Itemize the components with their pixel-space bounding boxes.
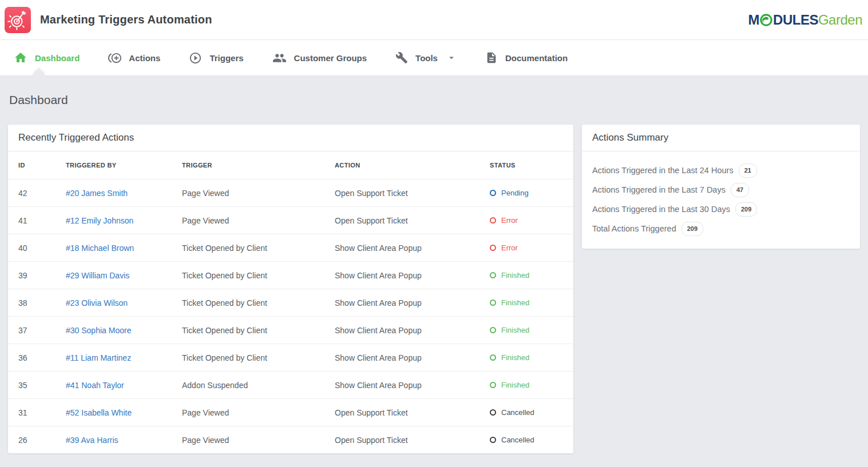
table-row: 38 #23 Olivia Wilson Ticket Opened by Cl… (8, 289, 573, 316)
cell-id: 31 (18, 408, 66, 417)
wrench-icon (395, 51, 408, 64)
nav-item-dashboard[interactable]: Dashboard (6, 40, 88, 75)
status-ring-icon (490, 437, 496, 443)
status-badge: Finished (490, 298, 563, 307)
nav-item-customer-groups[interactable]: Customer Groups (264, 40, 375, 75)
status-badge: Pending (490, 189, 563, 197)
status-label: Pending (501, 189, 529, 197)
client-link[interactable]: #12 Emily Johnson (66, 216, 133, 225)
nav-label: Triggers (209, 53, 243, 63)
status-ring-icon (490, 354, 496, 361)
status-ring-icon (490, 327, 496, 333)
people-icon (272, 51, 287, 65)
client-link[interactable]: #18 Michael Brown (66, 244, 134, 253)
status-ring-icon (490, 245, 496, 251)
top-header-bar: Marketing Triggers Automation MDULESGard… (0, 0, 868, 40)
summary-item: Actions Triggered in the Last 7 Days 47 (592, 183, 850, 197)
client-link[interactable]: #41 Noah Taylor (66, 381, 124, 390)
summary-label: Actions Triggered in the Last 24 Hours (592, 165, 734, 176)
status-label: Error (501, 216, 518, 225)
cell-action: Show Client Area Popup (335, 353, 490, 362)
cell-id: 37 (18, 326, 66, 335)
page-content: Dashboard Recently Triggered Actions ID … (0, 93, 868, 453)
status-badge: Error (490, 244, 563, 252)
status-ring-icon (490, 382, 496, 388)
page-app-title: Marketing Triggers Automation (40, 13, 212, 26)
nav-item-actions[interactable]: Actions (100, 40, 168, 75)
cell-trigger: Ticket Opened by Client (182, 244, 335, 253)
cell-id: 41 (18, 216, 66, 225)
brand-modules-dules: DULES (773, 12, 818, 28)
globe-icon (760, 14, 772, 29)
cell-action: Open Support Ticket (335, 216, 490, 225)
table-row: 42 #20 James Smith Page Viewed Open Supp… (8, 179, 573, 206)
summary-label: Total Actions Triggered (592, 223, 676, 234)
status-label: Finished (501, 353, 529, 362)
count-badge: 21 (739, 163, 757, 178)
cell-action: Show Client Area Popup (335, 271, 490, 280)
cell-trigger: Page Viewed (182, 189, 335, 198)
cell-trigger: Ticket Opened by Client (182, 353, 335, 362)
status-badge: Finished (490, 271, 563, 280)
cell-action: Show Client Area Popup (335, 298, 490, 308)
table-row: 41 #12 Emily Johnson Page Viewed Open Su… (8, 206, 573, 234)
nav-label: Dashboard (35, 53, 80, 63)
col-header-id: ID (18, 162, 66, 169)
col-header-action: Action (335, 162, 490, 169)
table-header-row: ID Triggered By Trigger Action Status (8, 151, 573, 179)
table-row: 39 #29 William Davis Ticket Opened by Cl… (8, 261, 573, 289)
table-row: 35 #41 Noah Taylor Addon Suspended Show … (8, 371, 573, 398)
status-label: Finished (501, 381, 529, 389)
cell-id: 36 (18, 353, 66, 362)
client-link[interactable]: #23 Olivia Wilson (66, 298, 128, 308)
nav-label: Actions (129, 53, 160, 63)
nav-item-documentation[interactable]: Documentation (477, 40, 576, 75)
cell-id: 26 (18, 436, 66, 445)
cell-id: 40 (18, 244, 66, 253)
home-icon (14, 51, 27, 65)
cell-trigger: Ticket Opened by Client (182, 298, 335, 308)
col-header-status: Status (490, 162, 563, 169)
status-badge: Finished (490, 381, 563, 389)
main-nav: Dashboard Actions Triggers Customer Grou… (0, 40, 868, 76)
table-panel-title: Recently Triggered Actions (8, 125, 573, 151)
play-circle-icon (189, 51, 202, 65)
status-label: Finished (501, 326, 529, 334)
target-dart-icon (6, 9, 29, 31)
chevron-down-icon (446, 53, 457, 63)
cell-id: 42 (18, 189, 66, 198)
status-badge: Error (490, 216, 563, 225)
nav-label: Customer Groups (294, 53, 367, 63)
modulesgarden-logo: MDULESGarden (748, 12, 862, 28)
cell-action: Open Support Ticket (335, 408, 490, 417)
table-row: 31 #52 Isabella White Page Viewed Open S… (8, 398, 573, 426)
brand-garden: Garden (818, 12, 862, 28)
status-badge: Cancelled (490, 436, 563, 444)
client-link[interactable]: #20 James Smith (66, 189, 128, 198)
nav-item-tools[interactable]: Tools (387, 40, 465, 75)
status-ring-icon (490, 190, 496, 196)
status-ring-icon (490, 272, 496, 278)
client-link[interactable]: #30 Sophia Moore (66, 326, 131, 335)
cell-id: 38 (18, 298, 66, 308)
count-badge: 209 (735, 202, 757, 217)
status-label: Cancelled (501, 436, 534, 444)
status-label: Finished (501, 271, 529, 280)
client-link[interactable]: #39 Ava Harris (66, 436, 118, 445)
cell-action: Show Client Area Popup (335, 244, 490, 253)
cell-trigger: Addon Suspended (182, 381, 335, 390)
cell-id: 39 (18, 271, 66, 280)
summary-label: Actions Triggered in the Last 7 Days (592, 185, 726, 195)
cell-trigger: Ticket Opened by Client (182, 326, 335, 335)
summary-item: Total Actions Triggered 209 (592, 222, 850, 236)
nav-label: Tools (415, 53, 438, 63)
client-link[interactable]: #29 William Davis (66, 271, 129, 280)
summary-label: Actions Triggered in the Last 30 Days (592, 204, 730, 215)
recently-triggered-actions-panel: Recently Triggered Actions ID Triggered … (8, 125, 573, 453)
client-link[interactable]: #11 Liam Martinez (66, 353, 131, 362)
nav-item-triggers[interactable]: Triggers (181, 40, 251, 75)
client-link[interactable]: #52 Isabella White (66, 408, 132, 417)
cell-action: Show Client Area Popup (335, 326, 490, 335)
table-row: 40 #18 Michael Brown Ticket Opened by Cl… (8, 234, 573, 261)
actions-summary-panel: Actions Summary Actions Triggered in the… (582, 125, 860, 249)
